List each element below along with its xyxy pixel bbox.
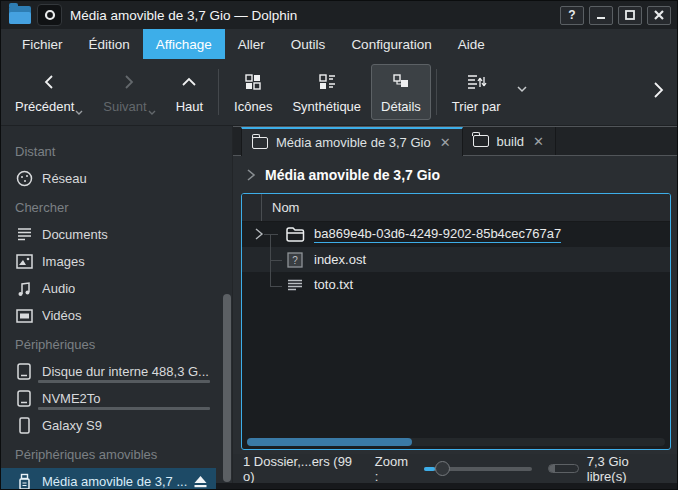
chevron-down-icon[interactable] xyxy=(75,110,83,116)
tree-line xyxy=(270,260,282,261)
chevron-up-icon xyxy=(181,70,197,94)
up-button[interactable]: Haut xyxy=(166,64,213,120)
section-distant: Distant xyxy=(1,136,232,165)
sidebar-item-label: NVME2To xyxy=(42,391,101,406)
menu-configuration[interactable]: Configuration xyxy=(338,29,444,59)
sidebar-item-label: Réseau xyxy=(42,171,87,186)
network-icon xyxy=(15,170,33,188)
window-menu-button[interactable] xyxy=(37,4,62,26)
compact-view-button[interactable]: Synthétique xyxy=(282,64,371,120)
close-button[interactable] xyxy=(647,6,671,25)
forward-button[interactable]: Suivant xyxy=(93,64,165,120)
folder-icon xyxy=(252,137,268,149)
sidebar-item-reseau[interactable]: Réseau xyxy=(1,165,232,192)
sidebar-scrollbar[interactable] xyxy=(223,294,231,482)
back-button[interactable]: Précédent xyxy=(5,64,93,120)
eject-icon xyxy=(193,475,208,488)
folder-icon xyxy=(286,226,304,244)
disk-usage-bar xyxy=(38,380,210,383)
section-peripheriques-amovibles: Périphériques amovibles xyxy=(1,439,232,468)
back-label: Précédent xyxy=(15,99,74,114)
menubar: Fichier Édition Affichage Aller Outils C… xyxy=(1,29,677,59)
file-row-toto-txt[interactable]: toto.txt xyxy=(242,272,670,297)
minimize-icon xyxy=(596,10,606,20)
sidebar-item-audio[interactable]: Audio xyxy=(1,275,232,302)
menu-fichier[interactable]: Fichier xyxy=(9,29,76,59)
icons-view-button[interactable]: Icônes xyxy=(224,64,282,120)
free-space-label: 7,3 Gio libre(s) xyxy=(587,454,669,484)
expand-chevron-icon[interactable] xyxy=(254,228,264,243)
breadcrumb-location[interactable]: Média amovible de 3,7 Gio xyxy=(265,167,440,183)
tree-line xyxy=(270,286,282,287)
sidebar-item-label: Documents xyxy=(42,227,108,242)
file-name[interactable]: toto.txt xyxy=(314,277,353,292)
sidebar-item-images[interactable]: Images xyxy=(1,248,232,275)
eject-button[interactable] xyxy=(193,475,208,488)
harddrive-icon xyxy=(15,390,33,408)
sidebar-item-galaxy-s9[interactable]: Galaxy S9 xyxy=(1,412,232,439)
sidebar-item-videos[interactable]: Vidéos xyxy=(1,302,232,329)
file-view: Nom ba869e4b-03d6-4249-9202-85b4cec767a7 xyxy=(241,193,671,450)
menu-affichage[interactable]: Affichage xyxy=(143,29,225,59)
toolbar: Précédent Suivant Haut xyxy=(1,59,677,125)
disk-usage-bar xyxy=(38,407,210,410)
menu-outils[interactable]: Outils xyxy=(278,29,339,59)
image-icon xyxy=(15,253,33,271)
chevron-right-icon xyxy=(246,169,256,181)
menu-aller[interactable]: Aller xyxy=(225,29,278,59)
file-name[interactable]: index.ost xyxy=(314,252,366,267)
smartphone-icon xyxy=(15,417,33,435)
up-label: Haut xyxy=(176,99,203,114)
tab-close-icon[interactable]: ✕ xyxy=(532,134,545,149)
file-row-folder[interactable]: ba869e4b-03d6-4249-9202-85b4cec767a7 xyxy=(242,222,670,247)
sort-icon xyxy=(466,70,486,94)
sidebar-item-label: Média amovible de 3,7 ... xyxy=(42,474,187,489)
tab-label: build xyxy=(497,134,524,149)
icons-view-label: Icônes xyxy=(234,99,272,114)
details-view-button[interactable]: Détails xyxy=(371,64,431,120)
zoom-slider[interactable] xyxy=(424,461,532,477)
file-name[interactable]: ba869e4b-03d6-4249-9202-85b4cec767a7 xyxy=(314,226,561,243)
places-panel: Distant Réseau Chercher Documents Images xyxy=(1,126,233,483)
help-button[interactable]: ? xyxy=(560,6,584,25)
zoom-label: Zoom : xyxy=(375,454,414,484)
column-header-nom[interactable]: Nom xyxy=(262,200,299,215)
sidebar-item-disque-dur-interne[interactable]: Disque dur interne 488,3 G... xyxy=(1,358,232,385)
horizontal-scrollbar[interactable] xyxy=(247,438,412,446)
sidebar-item-label: Images xyxy=(42,254,85,269)
sidebar-item-documents[interactable]: Documents xyxy=(1,221,232,248)
compact-view-icon xyxy=(318,70,336,94)
file-row-index-ost[interactable]: ? index.ost xyxy=(242,247,670,272)
details-view-icon xyxy=(392,70,410,94)
svg-text:?: ? xyxy=(292,255,298,266)
maximize-button[interactable] xyxy=(618,6,642,25)
zoom-slider-handle[interactable] xyxy=(435,461,450,476)
menu-aide[interactable]: Aide xyxy=(445,29,498,59)
tab-media-amovible[interactable]: Média amovible de 3,7 Gio ✕ xyxy=(241,127,463,156)
sidebar-item-media-amovible[interactable]: Média amovible de 3,7 ... xyxy=(1,468,216,490)
chevron-down-icon xyxy=(148,110,156,116)
sidebar-item-label: Audio xyxy=(42,281,75,296)
text-file-icon xyxy=(286,276,304,294)
section-chercher: Chercher xyxy=(1,192,232,221)
sort-by-button[interactable]: Trier par xyxy=(442,64,511,120)
tab-close-icon[interactable]: ✕ xyxy=(439,135,452,150)
dolphin-app-icon xyxy=(9,6,31,24)
breadcrumb[interactable]: Média amovible de 3,7 Gio xyxy=(233,156,677,193)
sidebar-item-label: Vidéos xyxy=(42,308,82,323)
sidebar-item-nvme2to[interactable]: NVME2To xyxy=(1,385,232,412)
window-title: Média amovible de 3,7 Gio — Dolphin xyxy=(70,8,560,23)
ring-icon xyxy=(44,9,56,21)
tab-build[interactable]: build ✕ xyxy=(463,127,556,155)
minimize-button[interactable] xyxy=(589,6,613,25)
expander-column xyxy=(242,194,262,221)
chevron-down-icon[interactable] xyxy=(516,85,528,93)
toolbar-overflow-button[interactable] xyxy=(651,81,665,103)
menu-edition[interactable]: Édition xyxy=(76,29,143,59)
column-header[interactable]: Nom xyxy=(242,194,670,222)
music-note-icon xyxy=(15,280,33,298)
tab-bar: Média amovible de 3,7 Gio ✕ build ✕ xyxy=(233,126,677,156)
folder-icon xyxy=(473,135,489,147)
maximize-icon xyxy=(625,10,635,20)
titlebar[interactable]: Média amovible de 3,7 Gio — Dolphin ? xyxy=(1,1,677,29)
